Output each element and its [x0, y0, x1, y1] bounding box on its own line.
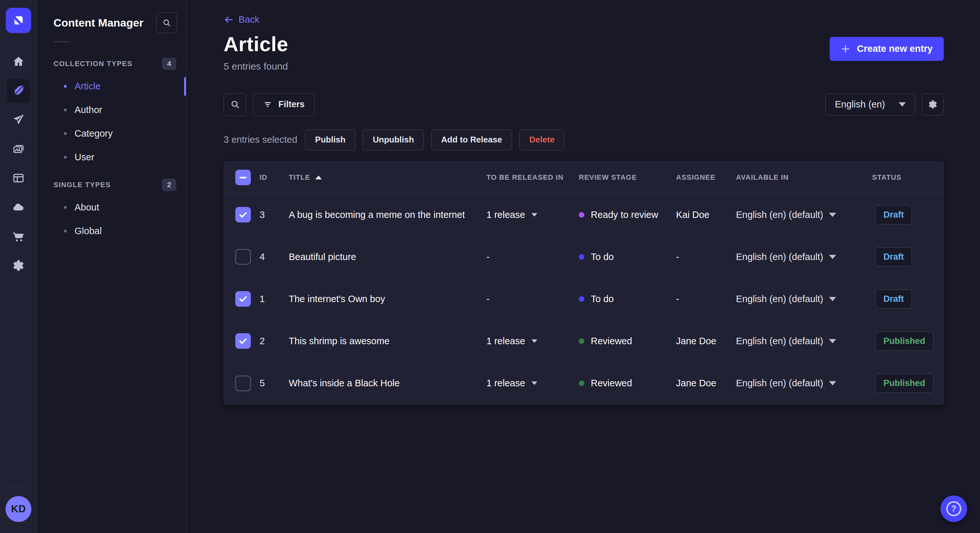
stage-dot-icon	[579, 338, 584, 344]
sidebar-item-about[interactable]: About	[37, 195, 186, 219]
stage-dot-icon	[579, 254, 584, 260]
column-header-status[interactable]: STATUS	[872, 173, 943, 182]
cell-available-in[interactable]: English (en) (default)	[736, 336, 872, 346]
row-checkbox[interactable]	[235, 291, 251, 307]
settings-icon[interactable]	[7, 254, 30, 277]
section-count-badge: 4	[162, 58, 176, 70]
stage-label: Reviewed	[591, 378, 632, 389]
create-new-entry-button[interactable]: Create new entry	[830, 37, 944, 61]
home-icon[interactable]	[7, 50, 30, 73]
sidebar-section: SINGLE TYPES 2 About Global	[37, 169, 186, 243]
unpublish-button[interactable]: Unpublish	[363, 130, 424, 150]
cell-review-stage: Reviewed	[579, 336, 676, 346]
cell-to-be-released-in[interactable]: 1 release	[487, 378, 579, 389]
search-icon	[162, 19, 171, 27]
release-count: 1 release	[487, 336, 525, 346]
row-checkbox[interactable]	[235, 249, 251, 265]
back-link[interactable]: Back	[224, 14, 259, 25]
sidebar-search-button[interactable]	[156, 12, 177, 33]
chevron-down-icon	[829, 297, 836, 301]
table-row[interactable]: 2 This shrimp is awesome 1 release Revie…	[224, 320, 943, 362]
publish-button[interactable]: Publish	[305, 130, 355, 150]
locale-select[interactable]: English (en)	[826, 94, 915, 116]
column-header-id[interactable]: ID	[259, 173, 289, 182]
available-locale: English (en) (default)	[736, 209, 823, 220]
bullet-icon	[64, 108, 67, 111]
rail-nav	[7, 50, 30, 277]
bullet-icon	[64, 230, 67, 233]
entries-table: ID TITLE TO BE RELEASED IN REVIEW STAGE …	[224, 161, 944, 405]
column-header-review-stage[interactable]: REVIEW STAGE	[579, 173, 676, 182]
cell-available-in[interactable]: English (en) (default)	[736, 252, 872, 262]
cell-available-in[interactable]: English (en) (default)	[736, 294, 872, 305]
cell-assignee: Jane Doe	[676, 378, 736, 389]
releases-icon[interactable]	[7, 108, 30, 132]
sidebar-item-global[interactable]: Global	[37, 219, 186, 243]
column-header-released[interactable]: TO BE RELEASED IN	[487, 173, 579, 182]
cell-available-in[interactable]: English (en) (default)	[736, 378, 872, 389]
select-all-checkbox[interactable]	[235, 170, 251, 185]
view-settings-button[interactable]	[922, 94, 944, 116]
main-nav-rail: KD	[0, 0, 37, 533]
marketplace-cart-icon[interactable]	[7, 225, 30, 248]
stage-dot-icon	[579, 381, 584, 386]
content-manager-icon[interactable]	[7, 79, 30, 102]
cell-assignee: -	[676, 294, 736, 305]
column-header-available-in[interactable]: AVAILABLE IN	[736, 173, 872, 182]
sidebar-item-label: Author	[75, 105, 102, 115]
cell-to-be-released-in[interactable]: -	[487, 252, 579, 262]
row-checkbox[interactable]	[235, 376, 251, 391]
filters-label: Filters	[278, 99, 305, 109]
cell-assignee: -	[676, 252, 736, 262]
content-manager-sidebar: Content Manager COLLECTION TYPES 4 Artic…	[37, 0, 186, 533]
column-header-assignee[interactable]: ASSIGNEE	[676, 173, 736, 182]
cell-available-in[interactable]: English (en) (default)	[736, 209, 872, 220]
stage-dot-icon	[579, 212, 584, 217]
create-new-entry-label: Create new entry	[857, 43, 933, 54]
row-checkbox[interactable]	[235, 333, 251, 349]
cell-id: 5	[259, 378, 289, 389]
cell-to-be-released-in[interactable]: 1 release	[487, 209, 579, 220]
table-search-button[interactable]	[224, 93, 246, 116]
chevron-down-icon	[531, 381, 537, 385]
media-library-icon[interactable]	[7, 137, 30, 160]
sidebar-section: COLLECTION TYPES 4 Article Author Catego…	[37, 48, 186, 169]
sidebar-item-label: Global	[75, 226, 102, 236]
add-to-release-button[interactable]: Add to Release	[431, 130, 512, 150]
filters-button[interactable]: Filters	[253, 93, 315, 116]
status-badge: Draft	[875, 289, 912, 309]
delete-button[interactable]: Delete	[519, 130, 565, 150]
sidebar-item-label: User	[75, 152, 94, 163]
check-icon	[238, 294, 248, 304]
column-header-title[interactable]: TITLE	[289, 173, 487, 182]
status-badge: Draft	[875, 205, 912, 224]
table-row[interactable]: 5 What's inside a Black Hole 1 release R…	[224, 362, 943, 405]
table-row[interactable]: 4 Beautiful picture - To do - English (e…	[224, 236, 943, 278]
locale-value: English (en)	[835, 99, 885, 110]
table-row[interactable]: 3 A bug is becoming a meme on the intern…	[224, 194, 943, 236]
deploy-cloud-icon[interactable]	[7, 195, 30, 219]
sidebar-item-author[interactable]: Author	[37, 98, 186, 122]
content-type-builder-icon[interactable]	[7, 167, 30, 190]
avatar[interactable]: KD	[5, 496, 32, 522]
entries-count: 5 entries found	[224, 61, 288, 72]
sidebar-item-category[interactable]: Category	[37, 122, 186, 145]
table-row[interactable]: 1 The internet's Own boy - To do - Engli…	[224, 278, 943, 320]
bullet-icon	[64, 132, 67, 135]
strapi-logo[interactable]	[6, 8, 31, 33]
arrow-left-icon	[224, 15, 233, 25]
bullet-icon	[64, 206, 67, 209]
stage-label: Ready to review	[591, 209, 658, 220]
sidebar-item-article[interactable]: Article	[37, 75, 186, 98]
section-label: SINGLE TYPES	[54, 181, 111, 189]
cell-id: 2	[259, 336, 289, 346]
stage-label: To do	[591, 294, 614, 305]
chevron-down-icon	[531, 339, 537, 343]
help-button[interactable]: ?	[940, 495, 967, 522]
back-label: Back	[239, 14, 259, 25]
row-checkbox[interactable]	[235, 207, 251, 222]
cell-to-be-released-in[interactable]: 1 release	[487, 336, 579, 346]
cell-title: Beautiful picture	[289, 252, 487, 262]
sidebar-item-user[interactable]: User	[37, 145, 186, 169]
cell-to-be-released-in[interactable]: -	[487, 294, 579, 305]
